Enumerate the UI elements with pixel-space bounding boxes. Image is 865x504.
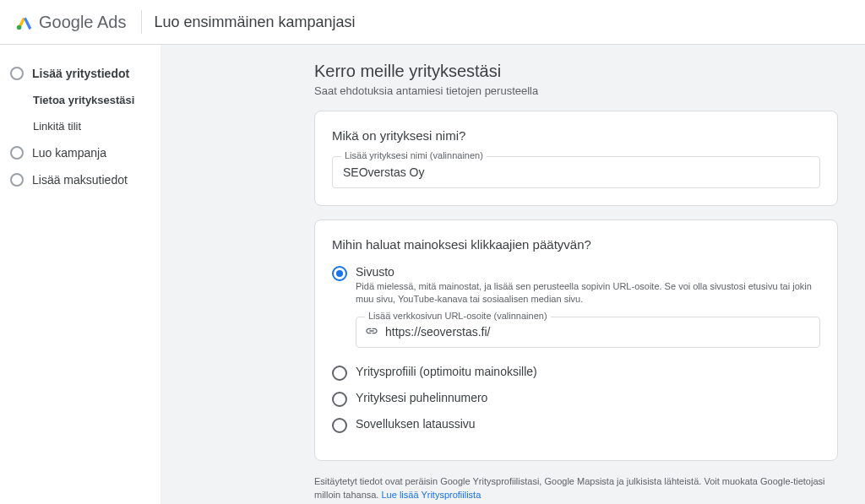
google-ads-icon [15, 13, 34, 31]
main-panel: Kerro meille yrityksestäsi Saat ehdotuks… [160, 45, 865, 504]
step-label: Luo kampanja [32, 146, 106, 160]
step-business-info[interactable]: Lisää yritystiedot [10, 60, 160, 87]
radio-label: Yritysprofiili (optimoitu mainoksille) [356, 365, 537, 378]
radio-icon [332, 392, 347, 407]
destination-title: Mihin haluat mainoksesi klikkaajien päät… [332, 237, 820, 252]
destination-card: Mihin haluat mainoksesi klikkaajien päät… [314, 219, 838, 461]
business-name-field[interactable]: Lisää yrityksesi nimi (valinnainen) [332, 156, 820, 188]
business-name-title: Mikä on yrityksesi nimi? [332, 128, 820, 143]
svg-point-0 [17, 25, 22, 30]
header-divider [141, 10, 142, 34]
radio-label: Sivusto [356, 265, 820, 279]
footnote-link[interactable]: Lue lisää Yritysprofiilista [382, 490, 481, 500]
radio-icon [332, 366, 347, 381]
radio-icon [332, 266, 347, 281]
page-title: Kerro meille yrityksestäsi [314, 62, 838, 81]
substep-about-business[interactable]: Tietoa yrityksestäsi [33, 87, 160, 113]
radio-description: Pidä mielessä, mitä mainostat, ja lisää … [356, 280, 820, 306]
radio-option-website[interactable]: Sivusto Pidä mielessä, mitä mainostat, j… [332, 265, 820, 306]
radio-label: Yrityksesi puhelinnumero [356, 391, 487, 404]
brand-text: Google Ads [39, 13, 126, 32]
radio-option-profile[interactable]: Yritysprofiili (optimoitu mainoksille) [332, 365, 820, 381]
app-header: Google Ads Luo ensimmäinen kampanjasi [0, 0, 865, 45]
step-circle-icon [10, 146, 24, 160]
link-icon [365, 324, 378, 340]
substep-link-accounts[interactable]: Linkitä tilit [33, 113, 160, 139]
field-legend: Lisää yrityksesi nimi (valinnainen) [341, 150, 487, 160]
step-label: Lisää yritystiedot [32, 67, 129, 80]
business-name-input[interactable] [343, 165, 809, 179]
step-label: Lisää maksutiedot [32, 173, 128, 187]
substeps: Tietoa yrityksestäsi Linkitä tilit [10, 87, 160, 139]
page-subtitle: Saat ehdotuksia antamiesi tietojen perus… [314, 84, 838, 97]
step-circle-icon [10, 173, 24, 187]
brand-logo: Google Ads [15, 13, 126, 32]
radio-icon [332, 418, 347, 433]
wizard-sidebar: Lisää yritystiedot Tietoa yrityksestäsi … [0, 45, 160, 504]
step-create-campaign[interactable]: Luo kampanja [10, 139, 160, 166]
radio-label: Sovelluksen lataussivu [356, 417, 476, 431]
step-payment-info[interactable]: Lisää maksutiedot [10, 166, 160, 193]
step-circle-icon [10, 67, 24, 80]
radio-option-app[interactable]: Sovelluksen lataussivu [332, 417, 820, 433]
prefill-footnote: Esitäytetyt tiedot ovat peräisin Google … [314, 474, 838, 502]
website-url-input[interactable] [385, 325, 811, 339]
field-legend: Lisää verkkosivun URL-osoite (valinnaine… [365, 311, 551, 321]
website-url-field[interactable]: Lisää verkkosivun URL-osoite (valinnaine… [356, 317, 820, 348]
business-name-card: Mikä on yrityksesi nimi? Lisää yritykses… [314, 111, 838, 206]
page-header-title: Luo ensimmäinen kampanjasi [154, 14, 355, 31]
radio-option-phone[interactable]: Yrityksesi puhelinnumero [332, 391, 820, 407]
